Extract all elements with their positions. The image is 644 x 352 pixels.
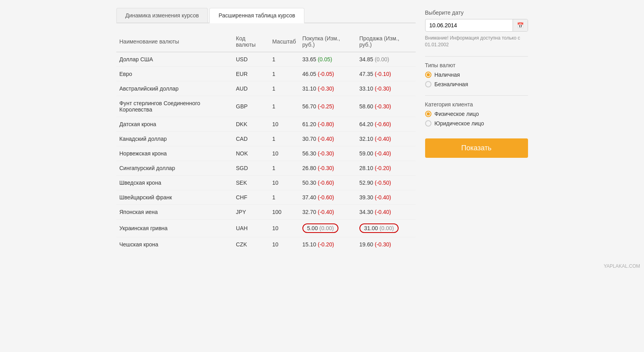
calendar-icon[interactable]: 📅: [513, 19, 528, 31]
cell-buy: 30.70 (-0.40): [299, 132, 356, 146]
rates-table: Наименование валюты Код валюты Масштаб П…: [116, 33, 416, 252]
cell-buy: 33.65 (0.05): [299, 52, 356, 67]
main-panel: Динамика изменения курсов Расширенная та…: [116, 8, 416, 252]
cell-sell: 19.60 (-0.30): [356, 237, 416, 252]
cell-scale: 10: [269, 146, 299, 161]
radio-nalichnaya-label: Наличная: [435, 72, 460, 78]
cell-sell: 34.30 (-0.40): [356, 205, 416, 220]
radio-fizlico-label: Физическое лицо: [435, 111, 479, 117]
radio-yurlico-circle: [425, 120, 431, 127]
table-row: Норвежская кронаNOK1056.30 (-0.30)59.00 …: [116, 146, 416, 161]
cell-sell: 31.00 (0.00): [356, 220, 416, 237]
col-header-scale: Масштаб: [269, 33, 299, 52]
cell-code: UAH: [233, 220, 269, 237]
client-category-section: Категория клиента Физическое лицо Юридич…: [425, 101, 528, 127]
cell-buy: 15.10 (-0.20): [299, 237, 356, 252]
cell-sell: 64.20 (-0.60): [356, 117, 416, 132]
cell-sell: 58.60 (-0.30): [356, 96, 416, 117]
cell-scale: 1: [269, 96, 299, 117]
cell-name: Сингапурский доллар: [116, 161, 233, 176]
date-input[interactable]: [426, 19, 513, 31]
cell-buy: 46.05 (-0.05): [299, 67, 356, 81]
date-section: Выберите дату 📅 Внимание! Информация дос…: [425, 9, 528, 48]
cell-sell: 39.30 (-0.40): [356, 190, 416, 205]
cell-name: Австралийский доллар: [116, 81, 233, 96]
cell-code: SEK: [233, 176, 269, 190]
col-header-buy: Покупка (Изм., руб.): [299, 33, 356, 52]
radio-beznalichnaya[interactable]: Безналичная: [425, 81, 528, 87]
currency-type-label: Типы валют: [425, 62, 528, 68]
cell-buy: 26.80 (-0.30): [299, 161, 356, 176]
tab-extended[interactable]: Расширенная таблица курсов: [209, 8, 304, 23]
cell-code: USD: [233, 52, 269, 67]
cell-scale: 1: [269, 132, 299, 146]
cell-buy: 61.20 (-0.80): [299, 117, 356, 132]
cell-name: Швейцарский франк: [116, 190, 233, 205]
cell-code: CZK: [233, 237, 269, 252]
cell-sell: 33.10 (-0.30): [356, 81, 416, 96]
date-notice: Внимание! Информация доступна только с 0…: [425, 35, 528, 48]
radio-nalichnaya[interactable]: Наличная: [425, 72, 528, 78]
cell-scale: 10: [269, 237, 299, 252]
radio-yurlico[interactable]: Юридическое лицо: [425, 120, 528, 127]
tabs: Динамика изменения курсов Расширенная та…: [116, 8, 416, 23]
sidebar: Выберите дату 📅 Внимание! Информация дос…: [425, 8, 528, 252]
cell-scale: 10: [269, 220, 299, 237]
currency-type-section: Типы валют Наличная Безналичная: [425, 62, 528, 87]
client-category-group: Физическое лицо Юридическое лицо: [425, 111, 528, 127]
client-category-label: Категория клиента: [425, 101, 528, 108]
tab-dynamics[interactable]: Динамика изменения курсов: [116, 8, 208, 23]
radio-beznalichnaya-circle: [425, 81, 431, 87]
col-header-code: Код валюты: [233, 33, 269, 52]
table-row: Японская иенаJPY10032.70 (-0.40)34.30 (-…: [116, 205, 416, 220]
col-header-sell: Продажа (Изм., руб.): [356, 33, 416, 52]
cell-name: Доллар США: [116, 52, 233, 67]
cell-name: Канадский доллар: [116, 132, 233, 146]
cell-scale: 10: [269, 176, 299, 190]
cell-name: Чешская крона: [116, 237, 233, 252]
cell-sell: 32.10 (-0.40): [356, 132, 416, 146]
cell-name: Евро: [116, 67, 233, 81]
table-row: Украинская гривнаUAH105.00 (0.00)31.00 (…: [116, 220, 416, 237]
table-row: Австралийский долларAUD131.10 (-0.30)33.…: [116, 81, 416, 96]
cell-scale: 1: [269, 67, 299, 81]
cell-name: Шведская крона: [116, 176, 233, 190]
cell-code: NOK: [233, 146, 269, 161]
radio-fizlico[interactable]: Физическое лицо: [425, 111, 528, 117]
table-row: Сингапурский долларSGD126.80 (-0.30)28.1…: [116, 161, 416, 176]
cell-name: Датская крона: [116, 117, 233, 132]
cell-buy: 56.30 (-0.30): [299, 146, 356, 161]
cell-name: Украинская гривна: [116, 220, 233, 237]
cell-sell: 52.90 (-0.50): [356, 176, 416, 190]
cell-buy: 56.70 (-0.25): [299, 96, 356, 117]
cell-scale: 1: [269, 190, 299, 205]
cell-sell: 59.00 (-0.40): [356, 146, 416, 161]
cell-name: Норвежская крона: [116, 146, 233, 161]
radio-nalichnaya-circle: [425, 72, 431, 78]
table-row: Швейцарский франкCHF137.40 (-0.60)39.30 …: [116, 190, 416, 205]
cell-name: Японская иена: [116, 205, 233, 220]
cell-sell: 34.85 (0.00): [356, 52, 416, 67]
cell-code: CHF: [233, 190, 269, 205]
cell-buy: 32.70 (-0.40): [299, 205, 356, 220]
cell-scale: 10: [269, 117, 299, 132]
cell-sell: 28.10 (-0.20): [356, 161, 416, 176]
date-input-row: 📅: [425, 19, 528, 32]
cell-code: JPY: [233, 205, 269, 220]
cell-code: DKK: [233, 117, 269, 132]
watermark: YAPLAKAL.COM: [0, 263, 644, 269]
cell-scale: 1: [269, 52, 299, 67]
table-row: Канадский долларCAD130.70 (-0.40)32.10 (…: [116, 132, 416, 146]
table-row: Чешская кронаCZK1015.10 (-0.20)19.60 (-0…: [116, 237, 416, 252]
show-button[interactable]: Показать: [425, 138, 528, 158]
cell-buy: 5.00 (0.00): [299, 220, 356, 237]
cell-scale: 1: [269, 81, 299, 96]
table-row: ЕвроEUR146.05 (-0.05)47.35 (-0.10): [116, 67, 416, 81]
cell-name: Фунт стерлингов Соединенного Королевства: [116, 96, 233, 117]
date-label: Выберите дату: [425, 9, 528, 16]
radio-fizlico-circle: [425, 111, 431, 117]
currency-type-group: Наличная Безналичная: [425, 72, 528, 87]
divider-2: [425, 95, 528, 96]
cell-sell: 47.35 (-0.10): [356, 67, 416, 81]
radio-beznalichnaya-label: Безналичная: [435, 81, 468, 87]
